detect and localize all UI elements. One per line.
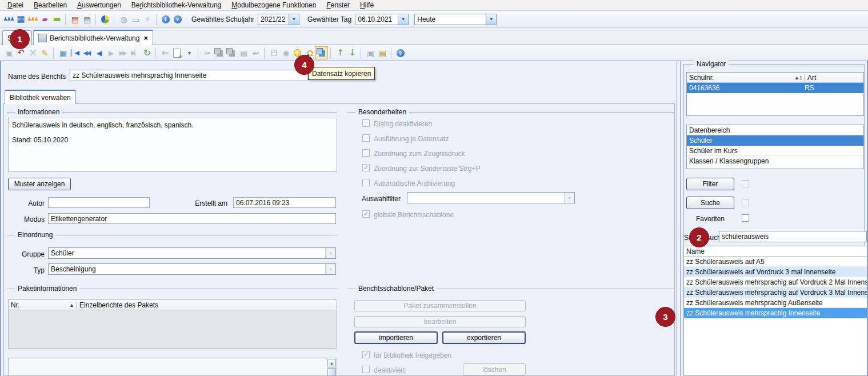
besonderheiten-label-4: Automatische Archivierung bbox=[374, 179, 455, 187]
exportieren-button[interactable]: exportieren bbox=[442, 331, 526, 344]
import-icon[interactable]: ↑ bbox=[334, 47, 346, 59]
paste-icon: ▤ bbox=[237, 47, 249, 59]
new-record-caret-icon[interactable]: ▾ bbox=[183, 47, 195, 59]
datenbereich-rows: SchülerSchüler im KursKlassen / Klasseng… bbox=[687, 135, 863, 166]
export-report-icon[interactable]: ▤ bbox=[376, 47, 388, 59]
typ-value: Bescheinigung bbox=[49, 265, 325, 273]
menu-berichtsbibliothek-verwaltung[interactable]: Berichtsbibliothek-Verwaltung bbox=[126, 1, 226, 10]
splitter-handle[interactable] bbox=[680, 61, 681, 376]
edit-record-icon[interactable]: ✎ bbox=[38, 47, 50, 59]
nav-prev-icon[interactable]: ◀ bbox=[93, 47, 105, 59]
toolbar-separator bbox=[114, 14, 114, 25]
typ-label: Typ bbox=[8, 266, 45, 274]
list-item[interactable]: Schüler bbox=[687, 135, 863, 146]
day-label: Gewählter Tag bbox=[307, 15, 351, 23]
students-orange-icon[interactable]: ♟♟♟ bbox=[26, 13, 38, 25]
menu-bar: DateiBearbeitenAuswertungenBerichtsbibli… bbox=[0, 0, 868, 11]
datenbereich-list[interactable]: Datenbereich SchülerSchüler im KursKlass… bbox=[686, 125, 864, 169]
report-name-input[interactable]: zz Schülerausweis mehrsprachig Innenseit… bbox=[70, 70, 307, 81]
importieren-button[interactable]: importieren bbox=[354, 331, 438, 344]
suche-button[interactable]: Suche bbox=[686, 197, 734, 209]
list-item[interactable]: zz Schülerausweis mehrsprachig Außenseit… bbox=[684, 298, 867, 308]
scrollbar-thumb[interactable] bbox=[327, 368, 336, 376]
report-binder-icon[interactable]: ▤ bbox=[81, 13, 93, 25]
data-table-icon[interactable]: ▦ bbox=[57, 47, 69, 59]
tab-bibliothek-verwalten[interactable]: Bibliothek verwalten bbox=[5, 90, 76, 104]
importieren-label: importieren bbox=[379, 334, 413, 342]
school-year-label: Gewähltes Schuljahr bbox=[191, 15, 254, 23]
table-row[interactable]: 04163636RS bbox=[687, 83, 863, 93]
suche-checkbox[interactable] bbox=[742, 199, 749, 206]
nav-prev-fast-icon[interactable]: ◀◀ bbox=[81, 47, 93, 59]
tab-berichtsbibliothek-label: Berichtsbibliothek-Verwaltung bbox=[50, 34, 139, 42]
scroll-up-icon[interactable]: ▲ bbox=[327, 359, 336, 367]
school-col-art[interactable]: Art bbox=[804, 74, 863, 82]
close-icon[interactable]: × bbox=[143, 34, 148, 42]
help-circle-icon[interactable]: ? bbox=[394, 47, 406, 59]
name-list-header-label: Name bbox=[686, 247, 705, 255]
loeschen-button: löschen bbox=[463, 363, 526, 375]
report-book-icon bbox=[38, 34, 47, 42]
menu-auswertungen[interactable]: Auswertungen bbox=[72, 1, 126, 10]
muster-anzeigen-label: Muster anzeigen bbox=[14, 180, 65, 188]
menu-hilfe[interactable]: Hilfe bbox=[355, 1, 379, 10]
save-icon: ▣ bbox=[2, 47, 14, 59]
besonderheiten-checkbox-2 bbox=[362, 149, 370, 157]
list-item[interactable]: Schüler im Kurs bbox=[687, 146, 863, 156]
menu-fenster[interactable]: Fenster bbox=[321, 1, 355, 10]
info-icon[interactable]: i bbox=[159, 13, 171, 25]
filter-button[interactable]: Filter bbox=[686, 178, 734, 190]
school-col-schulnr[interactable]: Schulnr. bbox=[687, 74, 794, 82]
school-table[interactable]: Schulnr. ▲1 Art 04163636RS bbox=[686, 72, 864, 116]
export-icon[interactable]: ↓ bbox=[346, 47, 358, 59]
list-item[interactable]: zz Schülerausweis auf Vordruck 3 mal Inn… bbox=[684, 267, 867, 277]
students-blue-icon[interactable]: ♟♟♟ bbox=[2, 13, 14, 25]
autor-input[interactable] bbox=[48, 197, 150, 208]
day-date-input[interactable]: 06.10.2021 ▼ bbox=[355, 14, 409, 25]
report-name-list[interactable]: Name zz Schülerausweis auf A5zz Schülera… bbox=[683, 246, 867, 376]
paket-col-nr[interactable]: Nr. bbox=[9, 301, 69, 309]
list-item[interactable]: Klassen / Klassengruppen bbox=[687, 156, 863, 166]
refresh-icon[interactable]: ↻ bbox=[141, 47, 153, 59]
delete-record-icon: × bbox=[26, 47, 38, 59]
note-certificate-icon[interactable]: ▰ bbox=[38, 13, 50, 25]
archive-icon: ▣ bbox=[364, 47, 376, 59]
list-item[interactable]: zz Schülerausweis mehrsprachig Innenseit… bbox=[684, 308, 867, 318]
name-list-header[interactable]: Name bbox=[684, 246, 867, 257]
list-item[interactable]: zz Schülerausweis auf A5 bbox=[684, 257, 867, 267]
info-textarea[interactable]: Schülerausweis in deutsch, englisch, fra… bbox=[8, 118, 337, 172]
menu-modulbezogene-funktionen[interactable]: Modulbezogene Funktionen bbox=[226, 1, 321, 10]
school-building-icon[interactable]: ▦ bbox=[14, 13, 26, 25]
filter-checkbox[interactable] bbox=[742, 180, 749, 187]
menu-bearbeiten[interactable]: Bearbeiten bbox=[29, 1, 72, 10]
help-icon[interactable]: ? bbox=[171, 13, 183, 25]
list-item[interactable]: zz Schülerausweis mehrsprachig auf Vordr… bbox=[684, 277, 867, 287]
schnellsuche-input[interactable]: schülerausweis bbox=[719, 231, 867, 242]
list-item[interactable]: zz Schülerausweis mehrsprachig auf Vordr… bbox=[684, 287, 867, 298]
chevron-down-icon[interactable]: ▼ bbox=[398, 14, 408, 25]
muster-anzeigen-button[interactable]: Muster anzeigen bbox=[8, 178, 71, 190]
paket-col-einzelberichte[interactable]: Einzelberichte des Pakets bbox=[76, 301, 158, 309]
new-record-icon[interactable]: + bbox=[171, 47, 183, 59]
chevron-down-icon[interactable]: ▼ bbox=[289, 14, 299, 25]
main-toolbar-icons: ♟♟♟▦♟♟♟▰▬▤▤◍▭⚡i? bbox=[2, 13, 183, 25]
pie-chart-icon[interactable] bbox=[99, 13, 111, 25]
nav-next-icon: ▶ bbox=[105, 47, 117, 59]
splitter-handle[interactable] bbox=[677, 61, 677, 376]
schnellsuche-value: schülerausweis bbox=[722, 233, 769, 241]
favoriten-checkbox[interactable] bbox=[742, 214, 749, 222]
paket-table[interactable]: Nr. ▲ Einzelberichte des Pakets bbox=[8, 299, 337, 349]
globale-berichtsschablone-label: globale Berichtsschablone bbox=[374, 211, 454, 219]
chevron-down-icon[interactable]: ▼ bbox=[486, 14, 496, 25]
tab-berichtsbibliothek[interactable]: Berichtsbibliothek-Verwaltung × bbox=[33, 30, 153, 45]
book-select-icon[interactable]: ▤ bbox=[69, 13, 81, 25]
notes-box[interactable] bbox=[8, 358, 337, 376]
menu-datei[interactable]: Datei bbox=[2, 1, 29, 10]
green-board-icon[interactable]: ▬ bbox=[50, 13, 62, 25]
besonderheiten-label-1: Ausführung je Datensatz bbox=[374, 135, 449, 143]
window-remove-icon: ▭ bbox=[129, 13, 141, 25]
nav-first-icon[interactable]: ▏◀ bbox=[69, 47, 81, 59]
school-year-select[interactable]: 2021/22 ▼ bbox=[258, 14, 299, 25]
copy-record-icon[interactable] bbox=[315, 47, 327, 59]
day-mode-select[interactable]: Heute ▼ bbox=[414, 14, 497, 25]
